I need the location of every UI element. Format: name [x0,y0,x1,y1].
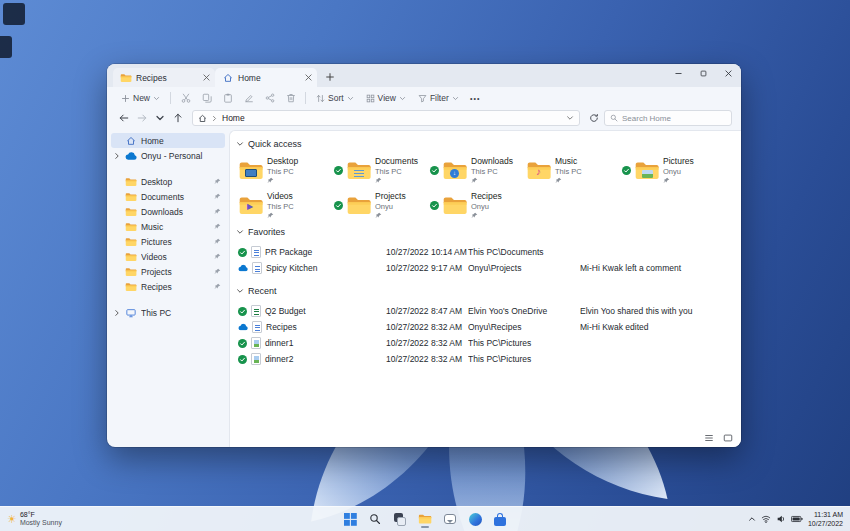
forward-button[interactable] [134,110,150,126]
share-button[interactable] [260,90,279,106]
tray-time: 11:31 AM [808,510,843,519]
new-button[interactable]: New [116,91,165,105]
section-header-quick-access[interactable]: Quick access [236,137,741,151]
download-emblem-icon [450,169,459,178]
new-label: New [133,93,150,103]
weather-condition: Mostly Sunny [20,519,62,527]
sort-button[interactable]: Sort [311,91,359,105]
file-location: Elvin Yoo's OneDrive [468,306,580,316]
quick-access-tile[interactable]: Downloads This PC [428,154,524,186]
new-tab-button[interactable] [325,72,335,82]
close-tab-icon[interactable] [304,73,313,82]
cut-button[interactable] [176,90,195,106]
quick-access-tile[interactable]: Projects Onyu [332,189,428,221]
sidebar-item-music[interactable]: Music [111,219,225,234]
paste-button[interactable] [218,90,237,106]
start-button[interactable] [342,511,358,528]
weather-widget[interactable]: ☀ 68°F Mostly Sunny [2,507,67,531]
store-button[interactable] [492,511,508,528]
more-options-button[interactable]: ••• [466,90,485,106]
document-emblem-icon [354,170,364,177]
file-row[interactable]: dinner1 10/27/2022 8:32 AM This PC\Pictu… [236,335,741,351]
status-bar [704,433,733,443]
chevron-right-icon[interactable] [113,152,121,160]
sidebar-item-onedrive[interactable]: Onyu - Personal [111,148,225,163]
folder-icon [120,73,132,83]
sidebar-item-documents[interactable]: Documents [111,189,225,204]
wifi-icon[interactable] [761,514,771,524]
filter-button[interactable]: Filter [413,91,464,105]
thumbnail-view-toggle[interactable] [723,433,733,443]
copy-button[interactable] [197,90,216,106]
quick-access-tile[interactable]: Documents This PC [332,154,428,186]
tray-chevron-up-icon[interactable] [748,515,756,523]
sidebar-item-desktop[interactable]: Desktop [111,174,225,189]
ellipsis-icon: ••• [470,95,480,102]
sidebar-item-recipes[interactable]: Recipes [111,279,225,294]
cloud-status-icon [238,264,248,272]
tray-date: 10/27/2022 [808,519,843,528]
breadcrumb[interactable]: Home [192,110,580,126]
quick-access-tile[interactable]: Recipes Onyu [428,189,524,221]
search-input[interactable] [622,114,726,123]
chevron-right-icon[interactable] [113,309,121,317]
sidebar-item-downloads[interactable]: Downloads [111,204,225,219]
navigation-pane: Home Onyu - Personal Desktop Documents [107,130,229,447]
filter-label: Filter [430,93,449,103]
back-button[interactable] [116,110,132,126]
view-button[interactable]: View [361,91,411,105]
chevron-down-icon[interactable] [566,114,574,122]
recent-locations-button[interactable] [152,110,168,126]
quick-access-tile[interactable]: Videos This PC [236,189,332,221]
file-row[interactable]: Recipes 10/27/2022 8:32 AM Onyu\Recipes … [236,319,741,335]
minimize-button[interactable] [666,64,691,83]
desktop-shortcut-icon[interactable] [0,36,12,58]
volume-icon[interactable] [776,514,786,524]
spreadsheet-file-icon [251,305,261,317]
sync-status-icon [430,201,439,210]
sync-status-icon [334,166,343,175]
task-view-button[interactable] [392,511,408,528]
details-view-toggle[interactable] [704,433,714,443]
quick-access-tile[interactable]: Pictures Onyu [620,154,716,186]
close-button[interactable] [716,64,741,83]
file-row[interactable]: Spicy Kitchen 10/27/2022 9:17 AM Onyu\Pr… [236,260,741,276]
refresh-button[interactable] [586,110,602,126]
maximize-button[interactable] [691,64,716,83]
date-modified: 10/27/2022 8:32 AM [386,338,468,348]
section-header-favorites[interactable]: Favorites [236,225,741,239]
rename-button[interactable] [239,90,258,106]
file-row[interactable]: dinner2 10/27/2022 8:32 AM This PC\Pictu… [236,351,741,367]
desktop-shortcut-icon[interactable] [3,3,25,25]
tab-home[interactable]: Home [215,68,317,87]
taskbar: ☀ 68°F Mostly Sunny 11:31 AM 10/27/2022 [0,506,850,531]
quick-access-tile[interactable]: Music This PC [524,154,620,186]
pin-icon [267,177,274,184]
up-button[interactable] [170,110,186,126]
close-tab-icon[interactable] [202,73,211,82]
quick-access-tile[interactable]: Desktop This PC [236,154,332,186]
edge-button[interactable] [467,511,483,528]
sidebar-item-videos[interactable]: Videos [111,249,225,264]
view-label: View [378,93,396,103]
refresh-icon [589,113,599,123]
taskbar-clock[interactable]: 11:31 AM 10/27/2022 [808,510,843,528]
sidebar-item-projects[interactable]: Projects [111,264,225,279]
forward-arrow-icon [137,113,147,123]
store-bag-icon [494,517,506,526]
tab-recipes[interactable]: Recipes [113,68,215,87]
search-button[interactable] [367,511,383,528]
scissors-icon [181,93,191,103]
chat-button[interactable] [442,511,458,528]
rename-icon [244,93,254,103]
file-row[interactable]: PR Package 10/27/2022 10:14 AM This PC\D… [236,244,741,260]
sidebar-item-home[interactable]: Home [111,133,225,148]
battery-icon[interactable] [791,514,803,524]
file-explorer-button[interactable] [417,511,433,528]
file-row[interactable]: Q2 Budget 10/27/2022 8:47 AM Elvin Yoo's… [236,303,741,319]
plus-icon [121,94,130,103]
delete-button[interactable] [281,90,300,106]
section-header-recent[interactable]: Recent [236,284,741,298]
sidebar-item-pictures[interactable]: Pictures [111,234,225,249]
sidebar-item-this-pc[interactable]: This PC [111,305,225,320]
